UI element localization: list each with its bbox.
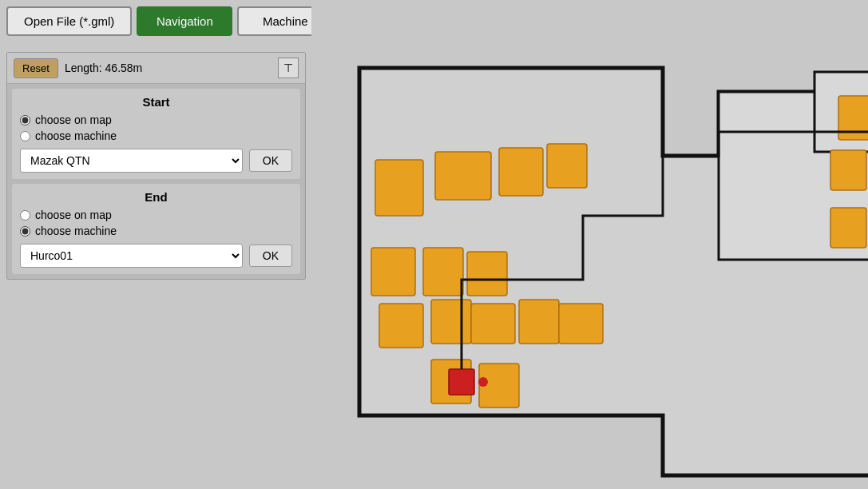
end-dropdown-row: Hurco01 Mazak QTN Machine3 OK <box>20 244 292 268</box>
svg-rect-9 <box>435 152 491 200</box>
start-map-label: choose on map <box>35 113 112 126</box>
svg-rect-17 <box>471 304 515 344</box>
start-section: Start choose on map choose machine Mazak… <box>12 89 300 179</box>
start-ok-button[interactable]: OK <box>249 149 292 172</box>
toolbar: Open File (*.gml) Navigation Machine <box>6 6 333 36</box>
pin-symbol: ⊤ <box>283 62 293 74</box>
header-row: Reset Length: 46.58m ⊤ <box>7 53 305 84</box>
svg-rect-18 <box>519 300 559 344</box>
svg-rect-11 <box>547 144 587 188</box>
end-ok-button[interactable]: OK <box>249 245 292 267</box>
svg-rect-10 <box>499 148 543 196</box>
end-machine-radio[interactable] <box>20 226 30 237</box>
svg-rect-3 <box>838 96 868 140</box>
start-choose-machine-row: choose machine <box>20 129 292 142</box>
end-choose-map-row: choose on map <box>20 209 292 221</box>
start-title: Start <box>20 95 292 109</box>
open-file-button[interactable]: Open File (*.gml) <box>6 6 132 36</box>
svg-rect-8 <box>375 160 423 216</box>
navigation-button[interactable]: Navigation <box>137 6 232 36</box>
svg-rect-25 <box>449 369 474 395</box>
svg-rect-12 <box>371 248 415 296</box>
pin-icon: ⊤ <box>278 58 299 78</box>
svg-rect-16 <box>431 300 471 344</box>
length-label: Length: 46.58m <box>65 62 271 74</box>
svg-rect-15 <box>379 304 423 348</box>
svg-rect-5 <box>830 150 866 190</box>
start-machine-label: choose machine <box>35 129 117 142</box>
svg-rect-13 <box>423 248 463 296</box>
reset-button[interactable]: Reset <box>14 58 58 78</box>
start-choose-map-row: choose on map <box>20 113 292 126</box>
end-title: End <box>20 190 292 204</box>
end-machine-label: choose machine <box>35 225 117 237</box>
svg-rect-22 <box>830 208 866 248</box>
end-map-radio[interactable] <box>20 210 30 221</box>
start-machine-radio[interactable] <box>20 131 30 141</box>
map-svg <box>311 0 868 489</box>
svg-point-26 <box>478 377 488 387</box>
end-map-label: choose on map <box>35 209 112 221</box>
svg-rect-19 <box>559 304 603 344</box>
start-map-radio[interactable] <box>20 115 30 125</box>
end-machine-select[interactable]: Hurco01 Mazak QTN Machine3 <box>20 244 243 268</box>
start-machine-select[interactable]: Mazak QTN Hurco01 Machine3 <box>20 149 243 173</box>
start-dropdown-row: Mazak QTN Hurco01 Machine3 OK <box>20 149 292 173</box>
svg-rect-14 <box>467 252 507 296</box>
left-panel: Reset Length: 46.58m ⊤ Start choose on m… <box>6 52 306 280</box>
end-section: End choose on map choose machine Hurco01… <box>12 184 300 274</box>
map-area[interactable] <box>311 0 868 489</box>
end-choose-machine-row: choose machine <box>20 225 292 237</box>
